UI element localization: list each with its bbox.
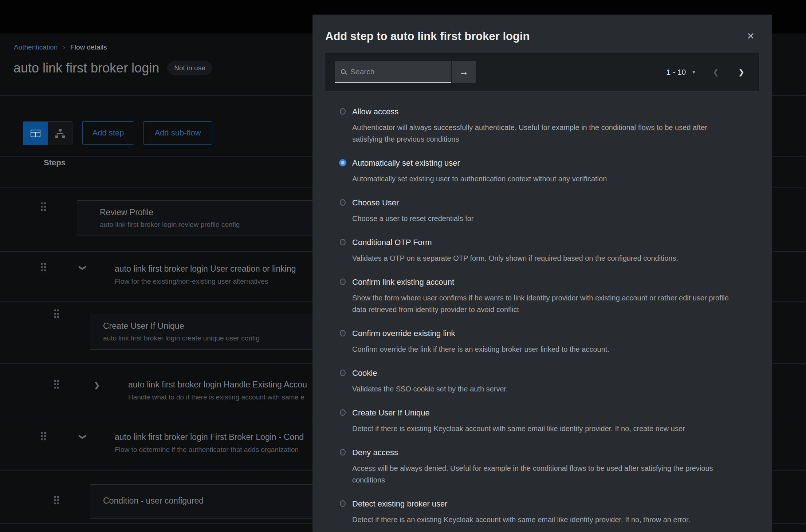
option-choose-user[interactable]: Choose User Choose a user to reset crede…	[326, 197, 759, 224]
pagination: 1 - 10 ▾ ❮ ❯	[667, 53, 744, 91]
radio[interactable]	[340, 108, 346, 115]
option-label[interactable]: Deny access	[352, 447, 759, 458]
table-view-toggle[interactable]	[23, 122, 48, 145]
option-detect-existing-broker-user[interactable]: Detect existing broker user Detect if th…	[326, 498, 759, 525]
drag-handle-icon[interactable]	[41, 263, 46, 271]
subflow-title: auto link first broker login First Broke…	[115, 432, 304, 442]
option-label[interactable]: Automatically set existing user	[352, 158, 759, 169]
option-label[interactable]: Conditional OTP Form	[352, 237, 759, 248]
option-description: Detect if there is existing Keycloak acc…	[352, 423, 736, 434]
option-description: Authenticator will always successfully a…	[352, 122, 736, 145]
option-description: Choose a user to reset credentials for	[352, 213, 736, 224]
option-label[interactable]: Detect existing broker user	[352, 498, 759, 509]
table-view-icon	[31, 130, 40, 137]
option-description: Validates a OTP on a separate OTP form. …	[352, 252, 736, 264]
option-deny-access[interactable]: Deny access Access will be always denied…	[326, 447, 759, 486]
subflow-subtitle: Handle what to do if there is existing a…	[128, 393, 307, 401]
authenticator-option-list: Allow access Authenticator will always s…	[326, 92, 759, 532]
subflow-row-user-creation[interactable]: auto link first broker login User creati…	[115, 264, 296, 285]
option-label[interactable]: Choose User	[352, 197, 759, 208]
modal-toolbar: → 1 - 10 ▾ ❮ ❯	[325, 53, 759, 91]
breadcrumb: Authentication › Flow details	[14, 43, 107, 51]
page-title: auto link first broker login	[13, 60, 159, 76]
breadcrumb-authentication-link[interactable]: Authentication	[14, 43, 58, 51]
option-confirm-link-existing-account[interactable]: Confirm link existing account Show the f…	[326, 277, 759, 315]
steps-column-header: Steps	[44, 158, 66, 168]
status-badge: Not in use	[167, 61, 212, 75]
option-allow-access[interactable]: Allow access Authenticator will always s…	[326, 106, 759, 145]
subflow-subtitle: Flow for the existing/non-existing user …	[115, 277, 296, 285]
subflow-title: auto link first broker login User creati…	[115, 264, 296, 274]
view-toggle-group	[23, 121, 72, 145]
chevron-down-icon[interactable]: ❯	[79, 265, 87, 271]
radio[interactable]	[340, 279, 346, 285]
radio[interactable]	[340, 370, 346, 376]
breadcrumb-current: Flow details	[70, 43, 107, 51]
search-icon	[341, 69, 346, 74]
search-field[interactable]	[335, 61, 451, 83]
radio[interactable]	[340, 239, 346, 245]
diagram-view-toggle[interactable]	[48, 122, 72, 145]
close-icon[interactable]: ✕	[747, 31, 755, 42]
caret-down-icon[interactable]: ▾	[692, 69, 695, 75]
chevron-right-icon[interactable]: ❯	[738, 68, 744, 76]
option-label[interactable]: Cookie	[352, 368, 759, 379]
radio[interactable]	[340, 409, 346, 416]
breadcrumb-separator-icon: ›	[63, 43, 65, 51]
radio[interactable]	[340, 449, 346, 456]
add-subflow-button[interactable]: Add sub-flow	[143, 121, 212, 145]
radio[interactable]	[340, 199, 346, 206]
option-description: Show the form where user confirms if he …	[352, 292, 736, 315]
subflow-row-first-broker-login[interactable]: auto link first broker login First Broke…	[115, 432, 304, 454]
search-submit-button[interactable]: →	[452, 61, 476, 83]
radio[interactable]	[340, 330, 346, 336]
subflow-subtitle: Flow to determine if the authenticator t…	[115, 446, 304, 454]
drag-handle-icon[interactable]	[54, 310, 59, 318]
chevron-down-icon[interactable]: ❯	[79, 434, 87, 440]
option-confirm-override-existing-link[interactable]: Confirm override existing link Confirm o…	[326, 328, 759, 355]
drag-handle-icon[interactable]	[54, 380, 59, 389]
chevron-right-icon[interactable]: ❯	[94, 381, 100, 389]
modal-title: Add step to auto link first broker login	[325, 30, 530, 43]
option-automatically-set-existing-user[interactable]: Automatically set existing user Automati…	[326, 158, 759, 185]
search-input[interactable]	[350, 67, 438, 76]
radio[interactable]	[339, 159, 346, 166]
option-label[interactable]: Create User If Unique	[352, 407, 759, 418]
add-step-button[interactable]: Add step	[82, 121, 134, 145]
page-title-row: auto link first broker login Not in use	[13, 60, 212, 76]
option-label[interactable]: Confirm override existing link	[352, 328, 759, 339]
add-step-modal: Add step to auto link first broker login…	[312, 15, 772, 532]
option-conditional-otp-form[interactable]: Conditional OTP Form Validates a OTP on …	[326, 237, 759, 264]
option-description: Validates the SSO cookie set by the auth…	[352, 383, 736, 395]
drag-handle-icon[interactable]	[41, 202, 46, 211]
option-create-user-if-unique[interactable]: Create User If Unique Detect if there is…	[326, 407, 759, 434]
option-description: Detect if there is an existing Keycloak …	[352, 514, 736, 525]
option-label[interactable]: Confirm link existing account	[352, 277, 759, 288]
option-description: Access will be always denied. Useful for…	[352, 462, 736, 486]
option-description: Confirm override the link if there is an…	[352, 343, 736, 355]
keycloak-flow-details-screen: Authentication › Flow details auto link …	[0, 0, 806, 532]
diagram-view-icon	[55, 129, 65, 138]
drag-handle-icon[interactable]	[54, 496, 59, 504]
pagination-range[interactable]: 1 - 10	[667, 68, 686, 76]
radio[interactable]	[340, 500, 346, 507]
option-description: Automatically set existing user to authe…	[352, 173, 736, 185]
drag-handle-icon[interactable]	[41, 432, 46, 440]
subflow-title: auto link first broker login Handle Exis…	[128, 379, 307, 390]
chevron-left-icon[interactable]: ❮	[713, 68, 719, 76]
subflow-row-handle-existing-account[interactable]: auto link first broker login Handle Exis…	[128, 379, 307, 401]
search-group: →	[335, 61, 476, 83]
option-label[interactable]: Allow access	[352, 106, 759, 117]
option-cookie[interactable]: Cookie Validates the SSO cookie set by t…	[326, 368, 759, 395]
